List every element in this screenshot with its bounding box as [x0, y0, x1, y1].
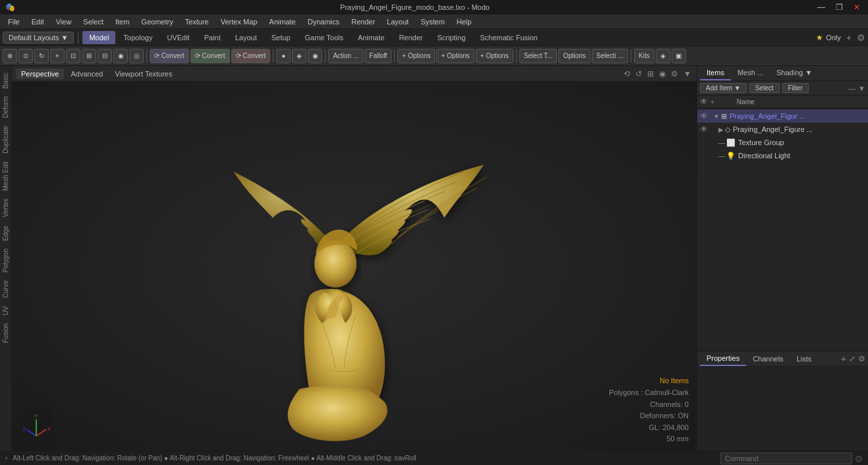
tool-icon-5[interactable]: ⊞: [82, 49, 96, 63]
tab-properties[interactable]: Properties: [700, 352, 746, 366]
viewport-icon-0[interactable]: ⟲: [622, 69, 631, 78]
convert-button-1[interactable]: ⟳ Convert: [150, 49, 189, 63]
mode-tab-game-tools[interactable]: Game Tools: [299, 31, 351, 44]
menu-item-geometry[interactable]: Geometry: [136, 16, 178, 27]
menu-item-help[interactable]: Help: [451, 16, 477, 27]
sidebar-item-vertex[interactable]: Vertex: [1, 195, 11, 221]
mode-tab-paint[interactable]: Paint: [198, 31, 227, 44]
sidebar-item-mesh-edit[interactable]: Mesh Edit: [1, 158, 11, 195]
tab-items[interactable]: Items: [700, 66, 731, 80]
selecti-button[interactable]: Selecti ...: [592, 49, 628, 63]
mode-tab-schematic-fusion[interactable]: Schematic Fusion: [473, 31, 544, 44]
viewport-icon-3[interactable]: ◉: [658, 69, 667, 78]
expand-arrow[interactable]: ▼: [713, 113, 720, 120]
mode-tab-layout[interactable]: Layout: [229, 31, 264, 44]
mode-tab-setup[interactable]: Setup: [265, 31, 297, 44]
select-button[interactable]: Select: [749, 83, 780, 93]
viewport-icon-5[interactable]: ▼: [682, 69, 693, 78]
add-props-icon[interactable]: +: [841, 354, 846, 364]
mode-tab-render[interactable]: Render: [392, 31, 429, 44]
visibility-icon[interactable]: 👁: [700, 97, 708, 106]
tab-shading[interactable]: Shading ▼: [770, 66, 819, 80]
expand-arrow[interactable]: —: [718, 139, 725, 146]
mode-tab-model[interactable]: Model: [82, 31, 115, 44]
sidebar-item-uv[interactable]: UV: [1, 302, 11, 319]
visibility-toggle[interactable]: 👁: [700, 111, 708, 121]
add-item-button[interactable]: Add Item ▼: [700, 83, 747, 93]
viewport-tab-viewport-textures[interactable]: Viewport Textures: [109, 69, 177, 79]
maximize-button[interactable]: ❐: [833, 3, 846, 12]
resize-props-icon[interactable]: ⤢: [849, 354, 855, 363]
action-button[interactable]: Action ...: [328, 49, 363, 63]
command-input[interactable]: [720, 452, 852, 464]
layout-dropdown[interactable]: Default Layouts ▼: [3, 32, 74, 44]
tab-lists[interactable]: Lists: [790, 352, 819, 365]
props-settings-icon[interactable]: ⚙: [858, 354, 865, 363]
mode-tab-topology[interactable]: Topology: [117, 31, 159, 44]
convert-button-2[interactable]: ⟳ Convert: [190, 49, 230, 63]
collapse-icon[interactable]: —: [848, 84, 855, 92]
viewport-icon-4[interactable]: ⚙: [670, 69, 680, 78]
list-item[interactable]: 👁 ▼ ⊞ Praying_Angel_Figur ...: [697, 109, 868, 123]
expand-arrow[interactable]: ▶: [718, 126, 724, 133]
select-t-button[interactable]: Select T...: [519, 49, 558, 63]
sphere-tool-button[interactable]: ●: [276, 49, 291, 63]
tool-icon-8[interactable]: ◎: [129, 49, 144, 63]
tool-icon-3[interactable]: ⌖: [50, 49, 65, 63]
expand-arrow[interactable]: —: [718, 152, 725, 160]
tool-icon-6[interactable]: ⊟: [98, 49, 112, 63]
tool-icon-1[interactable]: ⊙: [18, 49, 33, 63]
sidebar-item-edge[interactable]: Edge: [1, 222, 11, 245]
tool-icon-4[interactable]: ⊡: [66, 49, 80, 63]
filter-icon[interactable]: ▼: [858, 84, 865, 92]
menu-item-system[interactable]: System: [415, 16, 450, 27]
options-button-3[interactable]: + Options: [476, 49, 513, 63]
tab-channels[interactable]: Channels: [746, 352, 790, 365]
menu-item-select[interactable]: Select: [78, 16, 109, 27]
tool-icon-extra-0[interactable]: ◈: [292, 49, 306, 63]
viewport-icon-2[interactable]: ⊞: [646, 69, 655, 78]
menu-item-texture[interactable]: Texture: [180, 16, 214, 27]
toolbar-icon-right-0[interactable]: ◈: [656, 49, 670, 63]
sidebar-item-duplicate[interactable]: Duplicate: [1, 122, 11, 158]
menu-item-file[interactable]: File: [3, 16, 25, 27]
viewport-tab-perspective[interactable]: Perspective: [16, 69, 64, 79]
tab-mesh[interactable]: Mesh ...: [731, 66, 770, 80]
visibility-toggle[interactable]: 👁: [700, 125, 708, 134]
menu-item-dynamics[interactable]: Dynamics: [303, 16, 345, 27]
menu-item-layout[interactable]: Layout: [382, 16, 414, 27]
menu-item-edit[interactable]: Edit: [26, 16, 49, 27]
filter-button[interactable]: Filter: [782, 83, 809, 93]
sidebar-item-fusion[interactable]: Fusion: [1, 319, 11, 347]
mode-tab-animate[interactable]: Animate: [351, 31, 391, 44]
menu-item-vertex map[interactable]: Vertex Map: [216, 16, 263, 27]
mode-tab-scripting[interactable]: Scripting: [430, 31, 472, 44]
convert-button-3[interactable]: ⟳ Convert: [231, 49, 271, 63]
viewport-3d[interactable]: No Items Polygons : Catmull-Clark Channe…: [12, 82, 697, 450]
menu-item-view[interactable]: View: [51, 16, 77, 27]
settings-icon[interactable]: ⚙: [857, 32, 865, 43]
sidebar-item-deform[interactable]: Deform: [1, 92, 11, 122]
list-item[interactable]: — 💡 Directional Light: [697, 149, 868, 162]
list-item[interactable]: — ⬜ Texture Group: [697, 136, 868, 149]
sidebar-item-polygon[interactable]: Polygon: [1, 245, 11, 276]
menu-item-render[interactable]: Render: [346, 16, 380, 27]
tool-icon-extra-1[interactable]: ◉: [308, 49, 322, 63]
tool-icon-2[interactable]: ↻: [34, 49, 49, 63]
minimize-button[interactable]: —: [815, 3, 828, 12]
tool-icon-0[interactable]: ⊕: [3, 49, 17, 63]
options-button-2[interactable]: + Options: [436, 49, 474, 63]
tool-icon-7[interactable]: ◉: [113, 49, 128, 63]
toolbar-icon-right-1[interactable]: ▣: [672, 49, 686, 63]
viewport-icon-1[interactable]: ↺: [634, 69, 643, 78]
list-item[interactable]: 👁 ▶ ◇ Praying_Angel_Figure ...: [697, 123, 868, 136]
options-button-1[interactable]: + Options: [397, 49, 435, 63]
sidebar-item-basic[interactable]: Basic: [1, 69, 11, 92]
add-tab-button[interactable]: +: [844, 32, 854, 43]
close-button[interactable]: ✕: [851, 3, 863, 12]
menu-item-item[interactable]: Item: [110, 16, 134, 27]
falloff-button[interactable]: Falloff: [364, 49, 391, 63]
kits-button[interactable]: Kits: [634, 49, 654, 63]
viewport-tab-advanced[interactable]: Advanced: [65, 69, 108, 79]
options-right-button[interactable]: Options: [558, 49, 590, 63]
